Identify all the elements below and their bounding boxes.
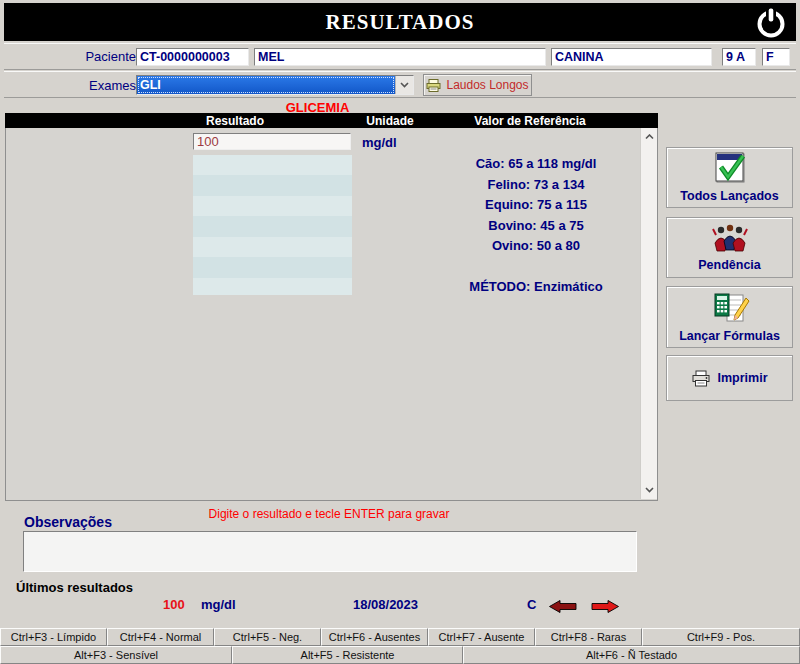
title-bar: RESULTADOS [4,3,796,41]
pendencia-label: Pendência [698,258,761,272]
unit-text: mg/dl [362,135,397,150]
vertical-scrollbar[interactable] [640,128,657,499]
todos-lancados-label: Todos Lançados [680,189,778,203]
column-header-referencia: Valor de Referência [430,114,630,128]
patient-species-field[interactable]: CANINA [551,48,712,66]
lancar-formulas-label: Lançar Fórmulas [679,329,780,343]
reference-line: Equino: 75 a 115 [406,195,666,216]
patient-sex-field[interactable]: F [762,48,790,66]
method-line: MÉTODO: Enzimático [406,277,666,298]
shortcut-bar-row1: Ctrl+F3 - Límpido Ctrl+F4 - Normal Ctrl+… [0,628,800,646]
power-button[interactable] [753,5,789,41]
chevron-down-icon [400,82,409,88]
shortcut-alt-f3[interactable]: Alt+F3 - Sensível [0,646,232,664]
shortcut-alt-f5[interactable]: Alt+F5 - Resistente [232,646,463,664]
power-icon [753,5,789,41]
chevron-up-icon [645,134,654,140]
chevron-down-icon [645,487,654,493]
shortcut-alt-f6[interactable]: Alt+F6 - Ñ Testado [463,646,800,664]
calculator-pencil-icon [710,292,750,326]
todos-lancados-button[interactable]: Todos Lançados [666,147,793,208]
arrow-left-icon [549,600,577,613]
shortcut-bar-row2: Alt+F3 - Sensível Alt+F5 - Resistente Al… [0,646,800,664]
page-title: RESULTADOS [4,10,796,35]
shortcut-ctrl-f7[interactable]: Ctrl+F7 - Ausente [428,628,535,646]
scroll-up-button[interactable] [641,129,657,145]
shortcut-ctrl-f9[interactable]: Ctrl+F9 - Pos. [642,628,800,646]
shortcut-ctrl-f6[interactable]: Ctrl+F6 - Ausentes [321,628,428,646]
previous-result-button[interactable] [549,599,577,612]
next-result-button[interactable] [591,599,619,612]
shortcut-ctrl-f5[interactable]: Ctrl+F5 - Neg. [214,628,321,646]
patient-name-field[interactable]: MEL [254,48,546,66]
reference-line: Felino: 73 a 134 [406,175,666,196]
exam-combobox[interactable]: GLI [136,75,414,95]
last-result-flag: C [527,597,536,612]
check-document-icon [711,152,749,186]
reference-values: Cão: 65 a 118 mg/dl Felino: 73 a 134 Equ… [406,154,666,297]
scroll-down-button[interactable] [641,482,657,498]
last-result-unit: mg/dl [201,597,236,612]
observations-label: Observações [24,514,112,530]
observations-textarea[interactable] [23,531,637,572]
results-panel: mg/dl Cão: 65 a 118 mg/dl Felino: 73 a 1… [5,128,658,501]
column-header-resultado: Resultado [155,114,315,128]
results-grid-header: Resultado Unidade Valor de Referência [5,113,658,128]
pendencia-button[interactable]: Pendência [666,217,793,278]
empty-result-rows [193,155,352,295]
laudos-longos-label: Laudos Longos [446,78,528,92]
combo-dropdown-button[interactable] [395,76,413,94]
shortcut-ctrl-f8[interactable]: Ctrl+F8 - Raras [535,628,642,646]
reference-line: Bovino: 45 a 75 [406,216,666,237]
report-printer-icon [426,79,441,92]
patient-code-field[interactable]: CT-0000000003 [136,48,249,66]
imprimir-label: Imprimir [717,371,767,385]
result-input[interactable] [193,133,351,150]
arrow-right-icon [591,600,619,613]
reference-line: Ovino: 50 a 80 [406,236,666,257]
patient-label: Paciente [40,49,136,64]
shortcut-ctrl-f3[interactable]: Ctrl+F3 - Límpido [0,628,107,646]
last-results-label: Últimos resultados [16,580,133,595]
patient-age-field[interactable]: 9 A [722,48,756,66]
exam-combobox-value: GLI [137,76,395,94]
lancar-formulas-button[interactable]: Lançar Fórmulas [666,286,793,348]
imprimir-button[interactable]: Imprimir [666,355,793,401]
column-header-unidade: Unidade [340,114,440,128]
laudos-longos-button[interactable]: Laudos Longos [423,74,532,96]
printer-icon [691,370,711,387]
shortcut-ctrl-f4[interactable]: Ctrl+F4 - Normal [107,628,214,646]
exams-label: Exames [40,78,136,93]
last-result-date: 18/08/2023 [353,597,418,612]
people-icon [710,223,750,255]
reference-line: Cão: 65 a 118 mg/dl [406,154,666,175]
last-result-value: 100 [163,597,185,612]
